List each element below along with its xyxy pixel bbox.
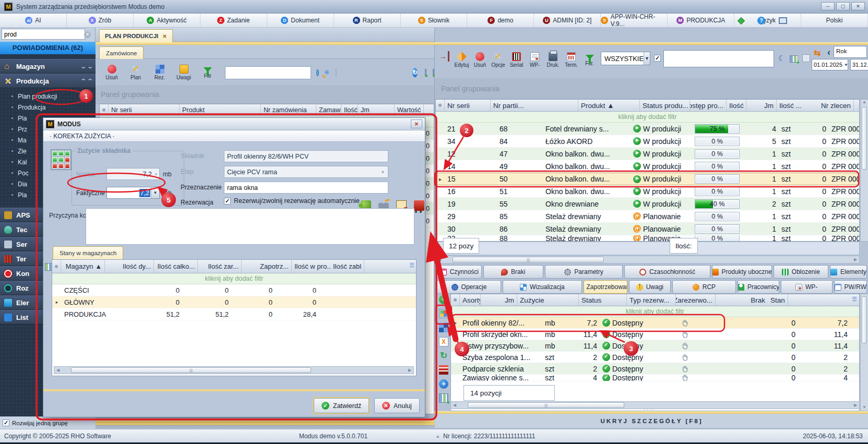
minimize-button[interactable]: ─ xyxy=(821,2,835,10)
screen-switch-icon[interactable] xyxy=(779,17,787,24)
menu-item[interactable]: U ADMIN [ID: 2] xyxy=(534,14,601,27)
detail-tab[interactable]: RCP xyxy=(672,280,736,294)
date-from-field[interactable]: 01.01.2025 ▼ xyxy=(812,59,848,70)
column-header[interactable]: Wartość xyxy=(395,104,424,116)
column-header[interactable]: Ilość zabl xyxy=(330,260,364,273)
menu-item[interactable]: D Dokument xyxy=(267,14,334,27)
column-header[interactable]: Asortyment xyxy=(460,294,481,306)
column-header[interactable]: Postęp pro... xyxy=(690,100,727,111)
tab-stany-w-magazynach[interactable]: Stany w magazynach xyxy=(53,246,123,259)
vertical-scrollbar[interactable]: ▲ xyxy=(860,99,868,242)
filter-checkbox-checked[interactable]: ✓ xyxy=(654,55,661,62)
menu-item[interactable]: X Zrób xyxy=(67,14,134,27)
menu-item[interactable]: S APP-WIN-CHR-V.9... xyxy=(601,14,668,27)
column-header[interactable]: Produkt xyxy=(180,104,261,116)
toolbar-button[interactable]: Usuń xyxy=(100,62,124,83)
column-header[interactable]: Ilość zar... xyxy=(198,260,242,273)
sidebar-group-produkcja[interactable]: Produkcja ⌃⌃ xyxy=(0,74,96,88)
close-tab-icon[interactable]: ✕ xyxy=(162,33,167,39)
menu-item[interactable]: S Słownik xyxy=(401,14,468,27)
menu-item[interactable]: R Raport xyxy=(334,14,401,27)
detail-tab[interactable]: Wizualizacja xyxy=(503,280,582,294)
column-chooser-icon[interactable]: ☰ xyxy=(408,260,416,273)
column-header[interactable]: Zarezerwo... xyxy=(676,294,716,306)
cancel-button[interactable]: ✕ Anuluj xyxy=(374,398,420,413)
column-header[interactable]: Stan xyxy=(768,294,788,306)
column-header[interactable]: Zużycie xyxy=(517,294,579,306)
period-field[interactable]: Rok xyxy=(834,46,867,58)
add-icon[interactable]: + xyxy=(439,295,448,304)
confirm-button[interactable]: ✓ Zatwierdź xyxy=(314,398,369,413)
table-row[interactable]: PRODUKCJA 51,2 51,2 0 28,4 xyxy=(52,308,416,320)
detail-tab[interactable]: PW/RW xyxy=(834,280,867,294)
rezerwacja-checkbox-checked[interactable]: ✓ xyxy=(224,198,231,205)
detail-tab[interactable]: Uwagi xyxy=(629,280,670,294)
theme-moon-icon[interactable]: ☾ xyxy=(778,54,787,63)
column-header[interactable]: Typ rezerw... xyxy=(627,294,676,306)
horizontal-scrollbar[interactable]: ◀|||▶ xyxy=(54,366,414,374)
sync-icon[interactable]: ⇆ xyxy=(814,48,821,58)
table-row[interactable]: Podparcie szklenia szt 2 Dostępny 0 2 xyxy=(451,363,859,375)
column-header[interactable]: Ilość dy... xyxy=(105,260,154,273)
column-header[interactable]: Ilość ... xyxy=(777,100,818,111)
column-header[interactable]: Nr partii... xyxy=(491,100,578,111)
notifications-banner[interactable]: POWIADOMIENIA (62) xyxy=(0,42,96,54)
toolbar-button[interactable]: Rez. xyxy=(148,62,172,83)
table-row[interactable]: ▸ 15 50 Okno balkon. dwu... W produkcji … xyxy=(436,173,859,185)
checkbox-checked[interactable]: ✓ xyxy=(3,419,9,426)
table-row[interactable]: 33 88 Stelaż drewniany Planowanie 0 % xyxy=(436,235,859,242)
menu-item[interactable]: M PRODUKCJA xyxy=(668,14,734,27)
table-row[interactable]: 16 51 Okno balkon. dwu... W produkcji 0 … xyxy=(436,185,859,198)
navigate-icon[interactable]: → xyxy=(439,51,449,62)
column-header[interactable]: Ilość całko... xyxy=(154,260,198,273)
horizontal-scrollbar[interactable]: ◀|||▶ xyxy=(450,401,860,409)
detail-tab[interactable]: Parametry xyxy=(545,265,623,279)
refresh-icon[interactable]: ↻ xyxy=(412,68,418,77)
table-row[interactable]: 21 68 Fotel drewniany s... W produkcji 7… xyxy=(436,123,859,135)
table-row[interactable]: 30 86 Stelaż drewniany Planowanie 0 % xyxy=(436,223,859,235)
table-row[interactable]: ▸ GŁÓWNY 0 0 0 0 xyxy=(52,296,416,308)
detail-tab[interactable]: Operacje xyxy=(437,280,501,294)
detail-tab[interactable]: Pracownicy xyxy=(738,280,779,294)
consumption-grid-icon[interactable] xyxy=(439,309,448,318)
reservation-icon[interactable] xyxy=(439,323,448,332)
toolbar-button[interactable]: Edytuj xyxy=(453,48,471,72)
column-header[interactable]: Brak xyxy=(716,294,768,306)
column-header[interactable]: Zamawiający xyxy=(316,104,341,116)
tab-plan-produkcji[interactable]: PLAN PRODUKCJI ✕ xyxy=(99,29,173,42)
column-header[interactable]: Ilość xyxy=(727,100,746,111)
vertical-scrollbar[interactable]: ▼ xyxy=(860,294,868,411)
filter-row[interactable]: kliknij aby dodać filtr xyxy=(52,273,416,284)
export-excel-icon[interactable]: X xyxy=(439,337,448,346)
filter-checkbox[interactable] xyxy=(335,69,337,76)
detail-tab[interactable]: Czasochłonność xyxy=(624,265,710,279)
toolbar-button[interactable]: Fltr xyxy=(196,62,220,83)
detail-tab[interactable]: Czynności xyxy=(437,265,482,279)
grouping-panel[interactable]: Panel grupowania xyxy=(96,85,434,104)
przyczyna-korekty-textarea[interactable] xyxy=(86,208,414,245)
table-row[interactable]: 14 49 Okno balkon. dwu... W produkcji 0 … xyxy=(436,160,859,173)
expand-one-group-option[interactable]: ✓ Rozwijaj jedną grupę xyxy=(0,416,96,429)
faktyczne-field[interactable]: 7,2 ▼ xyxy=(106,187,160,199)
sidebar-search-input[interactable] xyxy=(2,29,85,40)
detail-tab[interactable]: Zapotrzebowanie xyxy=(584,280,627,294)
toolbar-button[interactable]: Plan xyxy=(124,62,148,83)
column-header[interactable]: Magazyn ▲ xyxy=(61,260,105,273)
norma-field[interactable]: 7,2 ▼ xyxy=(106,168,160,180)
toolbar-button[interactable]: Serial xyxy=(507,48,526,72)
detail-tab[interactable]: Oblozenie xyxy=(774,265,828,279)
toolbar-button[interactable]: Druk. xyxy=(544,48,562,72)
table-row[interactable]: Listwy przyszybow... mb 11,4 Dostępny 0 … xyxy=(451,340,859,352)
column-header[interactable]: Status xyxy=(579,294,627,306)
table-row[interactable]: 12 47 Okno balkon. dwu... W produkcji 0 … xyxy=(436,148,859,160)
option-checkbox[interactable] xyxy=(802,54,810,62)
sidebar-group-magazyn[interactable]: ⌂ Magazyn ⌄⌄ xyxy=(0,59,96,74)
detail-tab[interactable]: Produkty uboczne xyxy=(712,265,772,279)
column-header[interactable]: Jm xyxy=(746,100,777,111)
collapse-arrow-icon[interactable]: ▲ xyxy=(435,434,440,439)
add-column-icon[interactable] xyxy=(425,69,426,76)
column-header[interactable]: Nr serii xyxy=(445,100,491,111)
quick-search-input[interactable] xyxy=(225,66,311,79)
detail-tab[interactable]: Braki xyxy=(483,265,543,279)
table-row[interactable]: ▸ Profil okienny 82/... mb 7,2 Dostępny … xyxy=(451,317,859,329)
